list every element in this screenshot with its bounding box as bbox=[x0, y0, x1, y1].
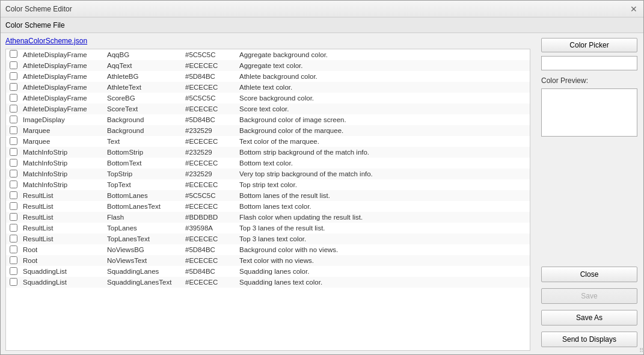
row-checkbox[interactable] bbox=[10, 61, 17, 69]
send-to-displays-button[interactable]: Send to Displays bbox=[541, 332, 637, 347]
table-row[interactable]: RootNoViewsText#ECECECText color with no… bbox=[6, 255, 530, 266]
row-checkbox[interactable] bbox=[10, 159, 17, 167]
window-close-button[interactable]: ✕ bbox=[629, 4, 639, 14]
row-checkbox[interactable] bbox=[10, 267, 17, 275]
color-hex-input[interactable] bbox=[541, 56, 637, 70]
title-bar: Color Scheme Editor ✕ bbox=[1, 1, 643, 17]
row-checkbox[interactable] bbox=[10, 137, 17, 145]
row-hex: #ECECEC bbox=[183, 82, 237, 93]
row-checkbox[interactable] bbox=[10, 94, 17, 102]
table-row[interactable]: ImageDisplayBackground#5D84BCBackground … bbox=[6, 114, 530, 125]
table-row[interactable]: MatchInfoStripBottomStrip#232529Bottom s… bbox=[6, 147, 530, 158]
row-property: SquaddingLanesText bbox=[105, 277, 183, 288]
row-hex: #ECECEC bbox=[183, 158, 237, 168]
row-checkbox[interactable] bbox=[10, 181, 17, 188]
row-property: AqqBG bbox=[105, 49, 183, 60]
row-description: Athlete background color. bbox=[237, 71, 530, 82]
table-row[interactable]: AthleteDisplayFrameAqqText#ECECECAggrega… bbox=[6, 60, 530, 71]
row-checkbox[interactable] bbox=[10, 148, 17, 156]
table-row[interactable]: ResultListBottomLanes#5C5C5CBottom lanes… bbox=[6, 190, 530, 201]
table-row[interactable]: MarqueeBackground#232529Background color… bbox=[6, 125, 530, 136]
row-checkbox[interactable] bbox=[10, 170, 17, 177]
row-checkbox[interactable] bbox=[10, 256, 17, 264]
row-description: Text color of the marquee. bbox=[237, 136, 530, 147]
row-description: Top 3 lanes of the result list. bbox=[237, 223, 530, 233]
table-row[interactable]: ResultListTopLanes#39598ATop 3 lanes of … bbox=[6, 223, 530, 233]
row-hex: #39598A bbox=[183, 223, 237, 233]
resize-handle[interactable]: ⠿ bbox=[636, 347, 643, 354]
table-row[interactable]: SquaddingListSquaddingLanesText#ECECECSq… bbox=[6, 277, 530, 288]
table-row[interactable]: MatchInfoStripTopStrip#232529Very top st… bbox=[6, 168, 530, 179]
row-checkbox[interactable] bbox=[10, 72, 17, 80]
row-hex: #BDBDBD bbox=[183, 212, 237, 223]
row-component: ResultList bbox=[20, 190, 105, 201]
row-checkbox[interactable] bbox=[10, 191, 17, 199]
table-row[interactable]: AthleteDisplayFrameScoreText#ECECECScore… bbox=[6, 103, 530, 114]
color-table-container[interactable]: AthleteDisplayFrameAqqBG#5C5C5CAggregate… bbox=[5, 49, 530, 351]
row-checkbox[interactable] bbox=[10, 202, 17, 210]
row-checkbox[interactable] bbox=[10, 83, 17, 91]
row-property: ScoreText bbox=[105, 103, 183, 114]
close-button[interactable]: Close bbox=[541, 267, 637, 282]
toolbar: Color Scheme File bbox=[1, 17, 643, 33]
row-hex: #ECECEC bbox=[183, 255, 237, 266]
row-checkbox[interactable] bbox=[10, 50, 17, 58]
color-preview-box bbox=[541, 88, 637, 137]
row-hex: #5C5C5C bbox=[183, 49, 237, 60]
table-row[interactable]: ResultListTopLanesText#ECECECTop 3 lanes… bbox=[6, 233, 530, 244]
table-row[interactable]: AthleteDisplayFrameAqqBG#5C5C5CAggregate… bbox=[6, 49, 530, 60]
row-checkbox[interactable] bbox=[10, 278, 17, 286]
row-checkbox[interactable] bbox=[10, 224, 17, 232]
row-checkbox[interactable] bbox=[10, 126, 17, 134]
row-checkbox[interactable] bbox=[10, 105, 17, 113]
row-component: AthleteDisplayFrame bbox=[20, 103, 105, 114]
row-checkbox[interactable] bbox=[10, 116, 17, 123]
file-name-link[interactable]: AthenaColorScheme.json bbox=[5, 37, 530, 45]
table-row[interactable]: ResultListBottomLanesText#ECECECBottom l… bbox=[6, 201, 530, 212]
row-component: Root bbox=[20, 244, 105, 255]
row-property: AthleteBG bbox=[105, 71, 183, 82]
row-component: AthleteDisplayFrame bbox=[20, 93, 105, 103]
main-content: AthenaColorScheme.json AthleteDisplayFra… bbox=[1, 33, 643, 354]
table-row[interactable]: ResultListFlash#BDBDBDFlash color when u… bbox=[6, 212, 530, 223]
table-row[interactable]: MatchInfoStripTopText#ECECECTop strip te… bbox=[6, 179, 530, 190]
right-panel: Color Picker Color Preview: Close Save S… bbox=[535, 33, 643, 354]
row-hex: #ECECEC bbox=[183, 201, 237, 212]
row-description: Background color with no views. bbox=[237, 244, 530, 255]
row-component: SquaddingList bbox=[20, 266, 105, 277]
row-description: Flash color when updating the result lis… bbox=[237, 212, 530, 223]
row-component: ResultList bbox=[20, 233, 105, 244]
row-hex: #5D84BC bbox=[183, 266, 237, 277]
table-row[interactable]: MarqueeText#ECECECText color of the marq… bbox=[6, 136, 530, 147]
row-description: Squadding lanes color. bbox=[237, 266, 530, 277]
row-property: Flash bbox=[105, 212, 183, 223]
row-property: BottomLanes bbox=[105, 190, 183, 201]
row-hex: #5D84BC bbox=[183, 114, 237, 125]
row-checkbox[interactable] bbox=[10, 235, 17, 242]
table-row[interactable]: RootNoViewsBG#5D84BCBackground color wit… bbox=[6, 244, 530, 255]
row-component: MatchInfoStrip bbox=[20, 168, 105, 179]
row-property: TopText bbox=[105, 179, 183, 190]
row-property: TopLanesText bbox=[105, 233, 183, 244]
row-component: ImageDisplay bbox=[20, 114, 105, 125]
table-row[interactable]: SquaddingListSquaddingLanes#5D84BCSquadd… bbox=[6, 266, 530, 277]
row-hex: #5D84BC bbox=[183, 244, 237, 255]
row-component: MatchInfoStrip bbox=[20, 158, 105, 168]
save-as-button[interactable]: Save As bbox=[541, 310, 637, 326]
row-property: Background bbox=[105, 114, 183, 125]
row-property: TopStrip bbox=[105, 168, 183, 179]
table-row[interactable]: MatchInfoStripBottomText#ECECECBottom te… bbox=[6, 158, 530, 168]
row-component: ResultList bbox=[20, 201, 105, 212]
color-picker-button[interactable]: Color Picker bbox=[541, 38, 637, 52]
save-button[interactable]: Save bbox=[541, 288, 637, 304]
color-table: AthleteDisplayFrameAqqBG#5C5C5CAggregate… bbox=[6, 49, 530, 288]
table-row[interactable]: AthleteDisplayFrameAthleteText#ECECECAth… bbox=[6, 82, 530, 93]
row-description: Bottom lanes text color. bbox=[237, 201, 530, 212]
row-checkbox[interactable] bbox=[10, 245, 17, 253]
table-row[interactable]: AthleteDisplayFrameAthleteBG#5D84BCAthle… bbox=[6, 71, 530, 82]
row-description: Background color of the marquee. bbox=[237, 125, 530, 136]
row-component: MatchInfoStrip bbox=[20, 147, 105, 158]
row-checkbox[interactable] bbox=[10, 213, 17, 221]
row-property: NoViewsBG bbox=[105, 244, 183, 255]
table-row[interactable]: AthleteDisplayFrameScoreBG#5C5C5CScore b… bbox=[6, 93, 530, 103]
